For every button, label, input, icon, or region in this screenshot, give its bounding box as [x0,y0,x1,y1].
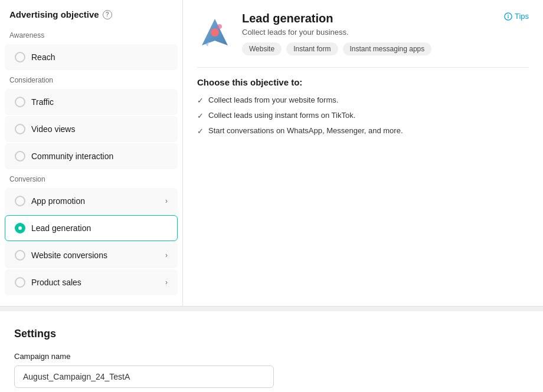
app-promotion-chevron-icon: › [165,197,168,205]
radio-circle-community [15,151,25,162]
svg-point-2 [217,24,222,29]
checklist-text-3: Start conversations on WhatsApp, Messeng… [208,126,403,135]
website-conversions-chevron-icon: › [165,251,168,259]
divider [197,67,529,68]
radio-circle-app-promotion [15,196,25,206]
radio-traffic[interactable]: Traffic [5,89,178,115]
right-panel: Lead generation Collect leads for your b… [183,0,543,306]
tips-icon [504,12,512,21]
awareness-label: Awareness [0,27,182,43]
svg-point-1 [211,28,219,37]
check-icon-3: ✓ [197,127,204,136]
radio-circle-reach [15,52,25,62]
tips-label: Tips [515,12,529,21]
choose-title: Choose this objective to: [197,77,529,87]
traffic-label: Traffic [31,97,168,107]
conversion-label: Conversion [0,170,182,187]
panel-title: Advertising objective ? [0,9,182,27]
reach-label: Reach [31,52,168,62]
radio-video-views[interactable]: Video views [5,116,178,142]
page-container: Advertising objective ? Awareness Reach … [0,0,543,392]
checklist: ✓ Collect leads from your website forms.… [197,95,529,136]
tag-instant-form[interactable]: Instant form [286,42,338,55]
radio-community-interaction[interactable]: Community interaction [5,143,178,169]
product-sales-chevron-icon: › [165,278,168,286]
website-conversions-label: Website conversions [31,251,159,260]
svg-rect-6 [508,16,508,18]
objective-header-left: Lead generation Collect leads for your b… [197,12,431,55]
app-promotion-label: App promotion [31,196,159,206]
objective-info: Lead generation Collect leads for your b… [242,12,431,55]
tag-website[interactable]: Website [242,42,282,55]
checklist-text-1: Collect leads from your website forms. [208,95,338,104]
top-section: Advertising objective ? Awareness Reach … [0,0,543,307]
radio-circle-traffic [15,97,25,107]
tag-instant-messaging[interactable]: Instant messaging apps [343,42,432,55]
video-views-label: Video views [31,124,168,134]
radio-product-sales[interactable]: Product sales › [5,269,178,295]
lead-generation-icon [197,16,233,51]
campaign-name-input[interactable] [14,365,274,388]
checklist-item-3: ✓ Start conversations on WhatsApp, Messe… [197,126,529,136]
radio-app-promotion[interactable]: App promotion › [5,188,178,214]
tips-button[interactable]: Tips [504,12,529,21]
check-icon-2: ✓ [197,111,204,120]
checklist-text-2: Collect leads using instant forms on Tik… [208,111,355,120]
check-icon-1: ✓ [197,96,204,105]
settings-title: Settings [14,328,529,340]
svg-point-5 [508,14,509,15]
consideration-label: Consideration [0,71,182,88]
checklist-item-2: ✓ Collect leads using instant forms on T… [197,111,529,120]
checklist-item-1: ✓ Collect leads from your website forms. [197,95,529,105]
community-interaction-label: Community interaction [31,151,168,161]
radio-circle-lead-generation [15,223,25,233]
radio-lead-generation[interactable]: Lead generation [5,215,178,241]
radio-circle-website-conversions [15,250,25,261]
advertising-objective-title: Advertising objective [9,9,99,19]
product-sales-label: Product sales [31,278,159,287]
campaign-name-label: Campaign name [14,352,529,361]
radio-circle-video-views [15,124,25,134]
objective-title: Lead generation [242,12,431,25]
radio-circle-product-sales [15,277,25,288]
objective-description: Collect leads for your business. [242,28,431,37]
radio-reach[interactable]: Reach [5,44,178,70]
left-panel: Advertising objective ? Awareness Reach … [0,0,183,306]
objective-header: Lead generation Collect leads for your b… [197,12,529,55]
tag-row: Website Instant form Instant messaging a… [242,42,431,55]
lead-generation-label: Lead generation [31,223,168,233]
settings-section: Settings Campaign name [0,311,543,392]
radio-website-conversions[interactable]: Website conversions › [5,242,178,268]
info-icon[interactable]: ? [103,10,112,19]
